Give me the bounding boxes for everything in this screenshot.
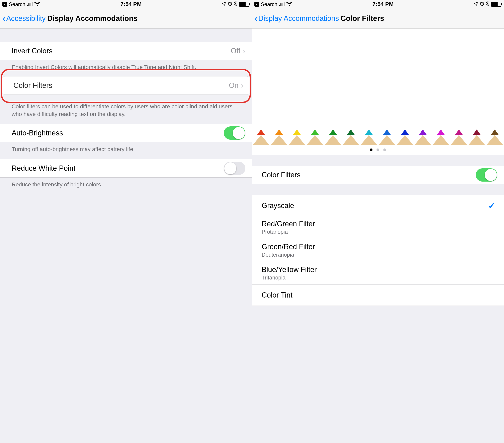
filter-option[interactable]: Green/Red FilterDeuteranopia bbox=[252, 239, 504, 262]
filter-option[interactable]: Blue/Yellow FilterTritanopia bbox=[252, 262, 504, 285]
pencil-icon bbox=[378, 129, 396, 145]
footer-auto-brightness: Turning off auto-brightness may affect b… bbox=[0, 142, 252, 159]
footer-color-filters: Color filters can be used to differentia… bbox=[0, 94, 252, 124]
row-label: Invert Colors bbox=[12, 47, 231, 55]
pencil-icon bbox=[252, 129, 270, 145]
breadcrumb-back-icon[interactable]: ‹ bbox=[254, 2, 259, 7]
battery-icon bbox=[239, 2, 249, 7]
screen-display-accommodations: ‹ Search 7:54 PM ‹ A bbox=[0, 0, 252, 443]
filter-label: Blue/Yellow Filter bbox=[262, 266, 496, 274]
bluetooth-icon bbox=[486, 1, 489, 8]
screen-color-filters: ‹ Search 7:54 PM ‹ D bbox=[252, 0, 504, 443]
pencil-icon bbox=[450, 129, 468, 145]
nav-back-button[interactable]: ‹ Accessibility bbox=[2, 13, 46, 24]
nav-back-label: Accessibility bbox=[6, 14, 46, 23]
alarm-icon bbox=[228, 1, 233, 7]
page-indicator[interactable] bbox=[252, 145, 504, 155]
toggle-reduce-white-point[interactable] bbox=[224, 162, 245, 175]
row-reduce-white-point[interactable]: Reduce White Point bbox=[0, 159, 252, 177]
chevron-right-icon: › bbox=[243, 47, 245, 56]
checkmark-icon: ✓ bbox=[488, 200, 496, 211]
row-color-filters[interactable]: Color Filters On › bbox=[2, 76, 250, 95]
filter-option[interactable]: Grayscale✓ bbox=[252, 195, 504, 216]
row-value: On bbox=[229, 81, 239, 90]
chevron-right-icon: › bbox=[241, 81, 244, 90]
pencil-icon bbox=[360, 129, 378, 145]
filter-type-list: Grayscale✓Red/Green FilterProtanopiaGree… bbox=[252, 195, 504, 306]
wifi-icon bbox=[286, 1, 292, 7]
filter-option[interactable]: Red/Green FilterProtanopia bbox=[252, 216, 504, 239]
pencil-icon bbox=[414, 129, 432, 145]
filter-sublabel: Protanopia bbox=[262, 229, 496, 235]
status-bar: ‹ Search 7:54 PM bbox=[252, 0, 504, 8]
status-time: 7:54 PM bbox=[121, 1, 142, 7]
location-icon bbox=[222, 1, 226, 7]
wifi-icon bbox=[34, 1, 40, 7]
chevron-left-icon: ‹ bbox=[2, 13, 6, 24]
pager-dot[interactable] bbox=[377, 149, 379, 151]
pager-dot[interactable] bbox=[370, 149, 373, 151]
pencil-icon bbox=[468, 129, 486, 145]
page-title: Color Filters bbox=[341, 14, 384, 23]
toggle-auto-brightness[interactable] bbox=[224, 126, 245, 140]
pencil-icon bbox=[288, 129, 306, 145]
filter-option[interactable]: Color Tint bbox=[252, 285, 504, 306]
status-time: 7:54 PM bbox=[373, 1, 394, 7]
row-label: Auto-Brightness bbox=[12, 129, 224, 137]
chevron-left-icon: ‹ bbox=[254, 13, 258, 24]
nav-back-button[interactable]: ‹ Display Accommodations bbox=[254, 13, 339, 24]
breadcrumb-back-label[interactable]: Search bbox=[261, 1, 277, 7]
footer-reduce-white: Reduce the intensity of bright colors. bbox=[0, 177, 252, 194]
filter-sublabel: Deuteranopia bbox=[262, 252, 496, 258]
filter-sublabel: Tritanopia bbox=[262, 275, 496, 281]
nav-header: ‹ Display Accommodations Color Filters bbox=[252, 8, 504, 28]
battery-icon bbox=[491, 2, 501, 7]
nav-back-label: Display Accommodations bbox=[258, 14, 339, 23]
breadcrumb-back-icon[interactable]: ‹ bbox=[2, 2, 7, 7]
status-bar: ‹ Search 7:54 PM bbox=[0, 0, 252, 8]
filter-label: Grayscale bbox=[262, 201, 488, 210]
pencil-icon bbox=[270, 129, 288, 145]
row-invert-colors[interactable]: Invert Colors Off › bbox=[0, 42, 252, 60]
breadcrumb-back-label[interactable]: Search bbox=[9, 1, 25, 7]
page-title: Display Accommodations bbox=[47, 14, 138, 23]
alarm-icon bbox=[480, 1, 485, 7]
cellular-signal-icon bbox=[27, 2, 33, 6]
pencil-icon bbox=[342, 129, 360, 145]
filter-label: Green/Red Filter bbox=[262, 243, 496, 251]
color-preview-pencils[interactable] bbox=[252, 28, 504, 145]
row-label: Color Filters bbox=[262, 171, 476, 179]
pencil-icon bbox=[396, 129, 414, 145]
cellular-signal-icon bbox=[279, 2, 285, 6]
pencil-icon bbox=[432, 129, 450, 145]
filter-label: Red/Green Filter bbox=[262, 220, 496, 228]
row-label: Reduce White Point bbox=[12, 164, 224, 173]
footer-invert: Enabling Invert Colors will automaticall… bbox=[0, 60, 252, 77]
toggle-color-filters[interactable] bbox=[476, 168, 497, 182]
filter-label: Color Tint bbox=[262, 291, 496, 299]
bluetooth-icon bbox=[234, 1, 237, 8]
row-color-filters-toggle[interactable]: Color Filters bbox=[252, 166, 504, 184]
location-icon bbox=[474, 1, 478, 7]
pencil-icon bbox=[306, 129, 324, 145]
pencil-icon bbox=[486, 129, 504, 145]
row-value: Off bbox=[231, 47, 240, 55]
nav-header: ‹ Accessibility Display Accommodations bbox=[0, 8, 252, 28]
pager-dot[interactable] bbox=[383, 149, 386, 151]
row-auto-brightness[interactable]: Auto-Brightness bbox=[0, 124, 252, 142]
pencil-icon bbox=[324, 129, 342, 145]
row-label: Color Filters bbox=[13, 81, 229, 90]
